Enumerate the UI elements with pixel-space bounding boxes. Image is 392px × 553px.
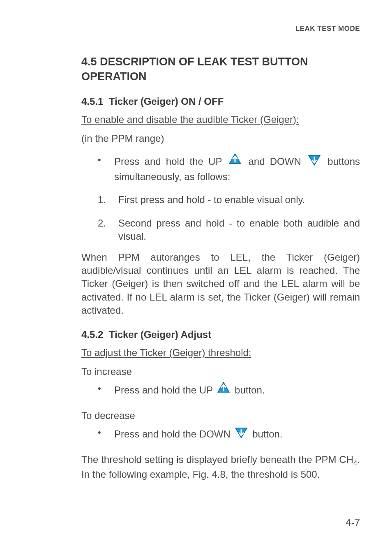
numbered-item: 2. Second press and hold - to enable bot… bbox=[98, 217, 360, 243]
text-segment: button. bbox=[235, 384, 265, 396]
bullet-text: Press and hold the DOWN button. bbox=[114, 426, 360, 443]
bullet-marker: • bbox=[98, 154, 114, 166]
subsection-452-heading: 4.5.2 Ticker (Geiger) Adjust bbox=[81, 329, 360, 340]
number-marker: 1. bbox=[98, 193, 118, 206]
text-segment: button. bbox=[252, 428, 282, 440]
up-arrow-icon bbox=[217, 382, 230, 398]
subsection-452-after: The threshold setting is displayed brief… bbox=[81, 453, 360, 481]
numbered-item: 1. First press and hold - to enable visu… bbox=[98, 193, 360, 206]
subsection-452-lead: To adjust the Ticker (Geiger) threshold: bbox=[81, 346, 360, 359]
decrease-label: To decrease bbox=[81, 409, 360, 422]
section-heading: 4.5 DESCRIPTION OF LEAK TEST BUTTON OPER… bbox=[81, 54, 360, 84]
bullet-list: • Press and hold the DOWN button. bbox=[98, 426, 360, 443]
subsection-number: 4.5.1 bbox=[81, 96, 103, 107]
subsection-title: Ticker (Geiger) Adjust bbox=[109, 329, 211, 340]
numbered-text: Second press and hold - to enable both a… bbox=[118, 217, 360, 243]
subsection-number: 4.5.2 bbox=[81, 329, 103, 340]
bullet-text: Press and hold the UP and DOWN buttons s… bbox=[114, 154, 360, 184]
down-arrow-icon bbox=[235, 426, 248, 442]
text-segment: The threshold setting is displayed brief… bbox=[81, 454, 353, 465]
subsection-451-heading: 4.5.1 Ticker (Geiger) ON / OFF bbox=[81, 96, 360, 107]
section-title: DESCRIPTION OF LEAK TEST BUTTON OPERATIO… bbox=[81, 56, 308, 83]
subsection-451-lead: To enable and disable the audible Ticker… bbox=[81, 113, 360, 126]
bullet-item: • Press and hold the UP and DOWN butt bbox=[98, 154, 360, 184]
up-arrow-icon bbox=[228, 153, 242, 169]
text-segment: Press and hold the UP bbox=[114, 384, 213, 396]
numbered-text: First press and hold - to enable visual … bbox=[118, 193, 360, 206]
down-arrow-icon bbox=[308, 153, 321, 169]
page-number: 4-7 bbox=[346, 517, 360, 528]
bullet-list: • Press and hold the UP button. bbox=[98, 382, 360, 399]
text-segment: Press and hold the DOWN bbox=[114, 428, 231, 440]
running-header: LEAK TEST MODE bbox=[81, 25, 360, 33]
section-number: 4.5 bbox=[81, 56, 97, 68]
bullet-text: Press and hold the UP button. bbox=[114, 382, 360, 399]
bullet-marker: • bbox=[98, 426, 114, 439]
number-marker: 2. bbox=[98, 217, 118, 230]
bullet-item: • Press and hold the DOWN button. bbox=[98, 426, 360, 443]
increase-label: To increase bbox=[81, 365, 360, 378]
bullet-item: • Press and hold the UP button. bbox=[98, 382, 360, 399]
text-segment: and DOWN bbox=[249, 155, 301, 167]
bullet-list: • Press and hold the UP and DOWN butt bbox=[98, 154, 360, 243]
text-segment: Press and hold the UP bbox=[114, 155, 222, 167]
subsection-451-after: When PPM autoranges to LEL, the Ticker (… bbox=[81, 251, 360, 317]
subscript: 4 bbox=[353, 459, 357, 467]
page: LEAK TEST MODE 4.5 DESCRIPTION OF LEAK T… bbox=[0, 0, 392, 514]
subsection-451-context: (in the PPM range) bbox=[81, 132, 360, 145]
bullet-marker: • bbox=[98, 382, 114, 395]
subsection-title: Ticker (Geiger) ON / OFF bbox=[109, 96, 224, 107]
